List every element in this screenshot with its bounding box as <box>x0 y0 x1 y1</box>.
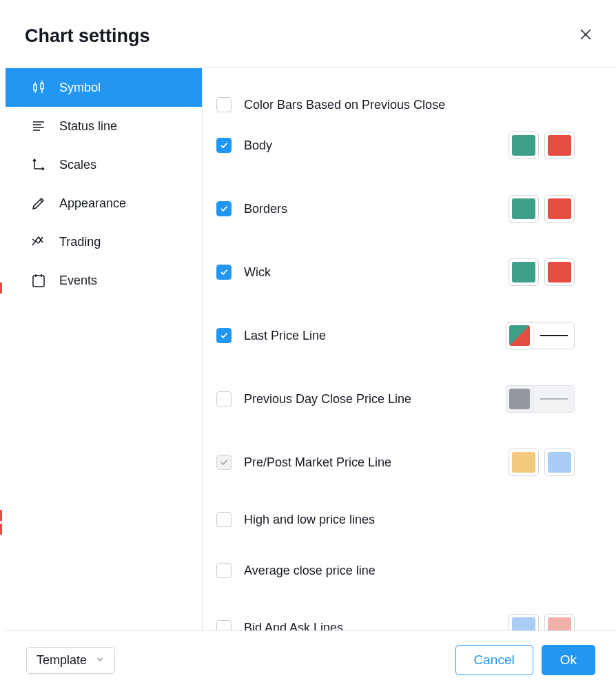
cancel-button[interactable]: Cancel <box>455 645 533 675</box>
checkbox-last-price-line[interactable] <box>216 328 232 343</box>
modal-footer: Template Cancel Ok <box>6 630 616 689</box>
chevron-down-icon <box>95 653 105 668</box>
option-avg-close: Average close price line <box>211 553 575 588</box>
svg-rect-0 <box>33 276 44 287</box>
calendar-icon <box>30 272 47 289</box>
option-label: Wick <box>244 265 271 280</box>
chart-settings-modal: Chart settings Symbol Status line Scales… <box>6 0 616 689</box>
color-swatch-borders-down[interactable] <box>544 195 575 223</box>
option-label: High and low price lines <box>244 513 375 527</box>
edge-marker <box>0 510 2 521</box>
settings-content: Color Bars Based on Previous Close Body … <box>203 68 616 630</box>
checkbox-prev-day-close[interactable] <box>216 391 232 407</box>
modal-body: Symbol Status line Scales Appearance Tra… <box>6 68 616 630</box>
sidebar-item-appearance[interactable]: Appearance <box>6 184 202 223</box>
sidebar-item-label: Symbol <box>59 81 101 95</box>
sidebar: Symbol Status line Scales Appearance Tra… <box>6 68 203 630</box>
close-button[interactable] <box>575 23 597 48</box>
lines-icon <box>30 118 47 134</box>
candlestick-icon <box>30 79 47 96</box>
option-prev-day-close: Previous Day Close Price Line <box>211 376 575 422</box>
option-wick: Wick <box>211 249 575 296</box>
color-swatch-body-up[interactable] <box>509 132 539 159</box>
option-label: Previous Day Close Price Line <box>244 392 411 407</box>
sidebar-item-label: Appearance <box>59 196 126 211</box>
option-borders: Borders <box>211 185 575 232</box>
color-swatch-body-down[interactable] <box>544 132 575 159</box>
option-body: Body <box>211 122 575 169</box>
template-dropdown[interactable]: Template <box>26 647 115 674</box>
chart-line-icon <box>30 234 47 250</box>
modal-header: Chart settings <box>6 0 616 68</box>
color-swatch-bid[interactable] <box>509 614 539 630</box>
sidebar-item-label: Scales <box>59 158 96 172</box>
option-label: Average close price line <box>244 564 376 578</box>
sidebar-item-scales[interactable]: Scales <box>6 145 202 184</box>
close-icon <box>577 33 594 45</box>
option-high-low: High and low price lines <box>211 502 575 537</box>
option-label: Bid And Ask Lines <box>244 621 343 631</box>
checkbox-pre-post-market[interactable] <box>216 455 232 470</box>
checkbox-borders[interactable] <box>216 201 232 216</box>
checkbox-high-low[interactable] <box>216 512 232 527</box>
option-pre-post-market: Pre/Post Market Price Line <box>211 439 575 486</box>
line-style-prev-day-close[interactable] <box>506 385 575 413</box>
sidebar-item-label: Trading <box>59 235 101 249</box>
sidebar-item-symbol[interactable]: Symbol <box>6 68 202 107</box>
option-label: Borders <box>244 202 287 216</box>
edge-marker <box>0 524 2 535</box>
option-label: Color Bars Based on Previous Close <box>244 98 445 112</box>
sidebar-item-events[interactable]: Events <box>6 261 202 300</box>
ok-button[interactable]: Ok <box>542 645 595 675</box>
sidebar-item-label: Status line <box>59 119 117 134</box>
option-color-bars-prev-close: Color Bars Based on Previous Close <box>211 88 575 122</box>
option-label: Body <box>244 138 272 153</box>
template-label: Template <box>37 653 87 668</box>
checkbox-bid-ask[interactable] <box>216 620 232 630</box>
color-swatch-borders-up[interactable] <box>509 195 539 223</box>
option-bid-ask: Bid And Ask Lines <box>211 604 575 630</box>
checkbox-color-bars-prev-close[interactable] <box>216 97 232 112</box>
sidebar-item-status-line[interactable]: Status line <box>6 107 202 145</box>
sidebar-item-label: Events <box>59 274 97 288</box>
color-swatch-ask[interactable] <box>544 614 575 630</box>
edge-marker <box>0 282 2 294</box>
sidebar-item-trading[interactable]: Trading <box>6 223 202 261</box>
color-swatch-pre-market[interactable] <box>509 449 539 476</box>
axes-icon <box>30 156 47 173</box>
color-swatch-post-market[interactable] <box>544 449 575 476</box>
color-swatch-wick-up[interactable] <box>509 258 539 286</box>
page-title: Chart settings <box>25 25 150 47</box>
checkbox-body[interactable] <box>216 138 232 153</box>
checkbox-avg-close[interactable] <box>216 563 232 578</box>
line-style-last-price[interactable] <box>506 322 575 349</box>
pencil-icon <box>30 195 47 212</box>
color-swatch-wick-down[interactable] <box>544 258 575 286</box>
option-last-price-line: Last Price Line <box>211 312 575 359</box>
checkbox-wick[interactable] <box>216 265 232 280</box>
option-label: Pre/Post Market Price Line <box>244 455 391 470</box>
option-label: Last Price Line <box>244 329 326 343</box>
